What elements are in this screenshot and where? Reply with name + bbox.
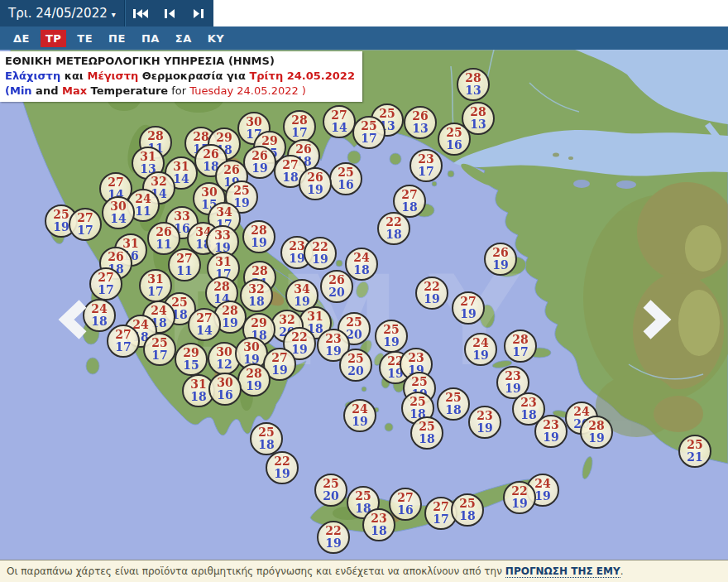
day-tab-ΚΥ[interactable]: ΚΥ [203, 30, 230, 47]
previous-day-button[interactable] [155, 0, 184, 26]
previous-day-icon [164, 8, 175, 19]
map-title-box: ΕΘΝΙΚΗ ΜΕΤΕΩΡΟΛΟΓΙΚΗ ΥΠΗΡΕΣΙΑ (HNMS) Ελά… [0, 51, 362, 102]
date-label: Τρι. 24/05/2022 [8, 6, 108, 21]
day-tab-ΣΑ[interactable]: ΣΑ [170, 30, 197, 47]
emy-forecast-link[interactable]: ΠΡΟΓΝΩΣΗ ΤΗΣ ΕΜΥ [505, 565, 620, 578]
next-map-arrow[interactable] [639, 300, 675, 339]
map-subtitle-greek: Ελάχιστη και Μέγιστη Θερμοκρασία για Τρί… [5, 69, 355, 84]
chevron-right-icon [639, 327, 675, 343]
next-day-icon [193, 8, 204, 19]
day-tab-ΔΕ[interactable]: ΔΕ [8, 30, 35, 47]
agency-title: ΕΘΝΙΚΗ ΜΕΤΕΩΡΟΛΟΓΙΚΗ ΥΠΗΡΕΣΙΑ (HNMS) [5, 54, 355, 69]
chevron-down-icon: ▾ [112, 10, 116, 19]
day-tab-ΠΑ[interactable]: ΠΑ [136, 30, 165, 47]
day-tab-ΤΡ[interactable]: ΤΡ [41, 30, 66, 47]
emy-watermark: ΕΜΥ [163, 249, 548, 393]
map-subtitle-english: (Min and Max Temperature for Tuesday 24.… [5, 84, 355, 99]
day-tab-ΠΕ[interactable]: ΠΕ [103, 30, 131, 47]
disclaimer-period: . [620, 565, 624, 577]
disclaimer-text: Οι παραπάνω χάρτες είναι προϊόντα αριθμη… [7, 565, 502, 577]
disclaimer-bar: Οι παραπάνω χάρτες είναι προϊόντα αριθμη… [0, 560, 728, 582]
first-day-button[interactable] [126, 0, 155, 26]
hnms-weather-page: Τρι. 24/05/2022 ▾ ΔΕΤΡΤΕΠΕΠΑΣΑΚΥ [0, 0, 728, 582]
previous-map-arrow[interactable] [55, 300, 91, 339]
day-tab-ΤΕ[interactable]: ΤΕ [72, 30, 98, 47]
chevron-left-icon [55, 327, 91, 343]
next-day-button[interactable] [184, 0, 213, 26]
skip-to-first-day-icon [132, 8, 149, 19]
date-dropdown[interactable]: Τρι. 24/05/2022 ▾ [0, 0, 124, 26]
greece-map-canvas: ΕΜΥ [0, 50, 728, 560]
weather-map: ΕΜΥ [0, 50, 728, 560]
toolbar: Τρι. 24/05/2022 ▾ [0, 0, 213, 26]
day-tabs: ΔΕΤΡΤΕΠΕΠΑΣΑΚΥ [0, 26, 728, 50]
